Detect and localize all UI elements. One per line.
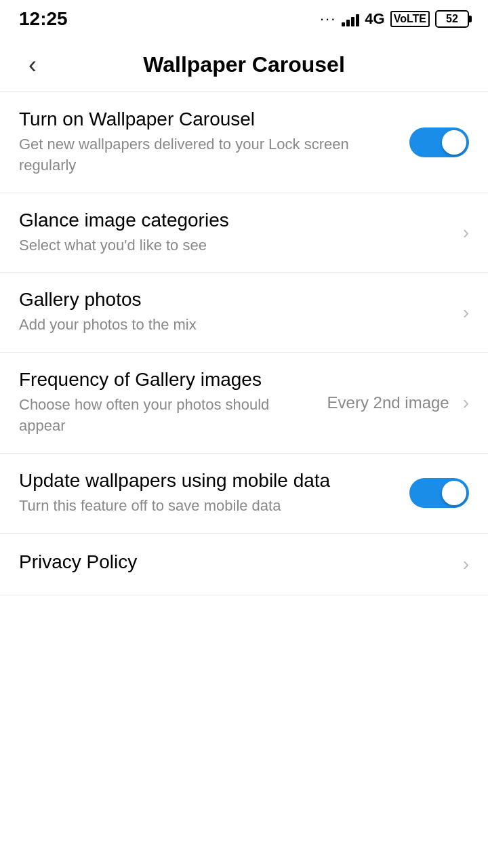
- setting-right-privacy-policy: ›: [458, 553, 469, 575]
- setting-subtitle-frequency-gallery-images: Choose how often your photos should appe…: [19, 395, 317, 437]
- volte-icon: VoLTE: [390, 11, 430, 27]
- section-privacy-policy: Privacy Policy ›: [0, 534, 488, 595]
- setting-title-update-wallpapers-mobile-data: Update wallpapers using mobile data: [19, 470, 399, 492]
- status-bar: 12:25 ··· 4G VoLTE 52: [0, 0, 488, 38]
- setting-item-update-wallpapers-mobile-data[interactable]: Update wallpapers using mobile data Turn…: [0, 454, 488, 533]
- setting-content-update-wallpapers-mobile-data: Update wallpapers using mobile data Turn…: [19, 470, 399, 517]
- toggle-wallpaper-carousel[interactable]: [409, 127, 469, 157]
- setting-content-frequency-gallery-images: Frequency of Gallery images Choose how o…: [19, 369, 317, 437]
- setting-content-turn-on-wallpaper-carousel: Turn on Wallpaper Carousel Get new wallp…: [19, 108, 399, 176]
- setting-title-gallery-photos: Gallery photos: [19, 289, 447, 311]
- setting-right-gallery-photos: ›: [458, 302, 469, 323]
- setting-value-frequency-gallery-images: Every 2nd image: [327, 393, 449, 412]
- setting-subtitle-turn-on-wallpaper-carousel: Get new wallpapers delivered to your Loc…: [19, 134, 399, 176]
- setting-content-glance-image-categories: Glance image categories Select what you'…: [19, 210, 447, 256]
- setting-content-privacy-policy: Privacy Policy: [19, 551, 447, 577]
- settings-list: Turn on Wallpaper Carousel Get new wallp…: [0, 92, 488, 595]
- setting-right-frequency-gallery-images: Every 2nd image ›: [327, 392, 469, 414]
- setting-subtitle-glance-image-categories: Select what you'd like to see: [19, 235, 447, 256]
- status-time: 12:25: [19, 8, 68, 30]
- status-icons: ··· 4G VoLTE 52: [320, 10, 469, 28]
- section-update-wallpapers-mobile-data: Update wallpapers using mobile data Turn…: [0, 454, 488, 534]
- setting-item-frequency-gallery-images[interactable]: Frequency of Gallery images Choose how o…: [0, 353, 488, 453]
- setting-title-privacy-policy: Privacy Policy: [19, 551, 447, 573]
- setting-item-gallery-photos[interactable]: Gallery photos Add your photos to the mi…: [0, 273, 488, 352]
- section-glance-image-categories: Glance image categories Select what you'…: [0, 193, 488, 273]
- setting-title-turn-on-wallpaper-carousel: Turn on Wallpaper Carousel: [19, 108, 399, 130]
- network-label: 4G: [365, 10, 384, 28]
- setting-item-glance-image-categories[interactable]: Glance image categories Select what you'…: [0, 193, 488, 273]
- back-icon: ‹: [28, 53, 37, 77]
- signal-bars-icon: [342, 12, 359, 26]
- toggle-knob-wallpaper-carousel: [442, 130, 466, 155]
- back-button[interactable]: ‹: [16, 49, 49, 81]
- setting-title-frequency-gallery-images: Frequency of Gallery images: [19, 369, 317, 391]
- setting-subtitle-gallery-photos: Add your photos to the mix: [19, 315, 447, 336]
- setting-item-privacy-policy[interactable]: Privacy Policy ›: [0, 534, 488, 595]
- header: ‹ Wallpaper Carousel: [0, 38, 488, 92]
- dots-icon: ···: [320, 10, 336, 28]
- chevron-icon-glance-image-categories: ›: [463, 222, 469, 243]
- page-title: Wallpaper Carousel: [49, 52, 439, 77]
- setting-content-gallery-photos: Gallery photos Add your photos to the mi…: [19, 289, 447, 336]
- setting-right-glance-image-categories: ›: [458, 222, 469, 243]
- chevron-icon-privacy-policy: ›: [463, 553, 469, 575]
- chevron-icon-frequency-gallery-images: ›: [463, 392, 469, 414]
- setting-subtitle-update-wallpapers-mobile-data: Turn this feature off to save mobile dat…: [19, 496, 399, 517]
- toggle-update-wallpapers-mobile-data[interactable]: [409, 478, 469, 508]
- setting-right-turn-on-wallpaper-carousel: [409, 127, 469, 157]
- chevron-icon-gallery-photos: ›: [463, 302, 469, 323]
- toggle-knob-update-wallpapers-mobile-data: [442, 481, 466, 505]
- setting-right-update-wallpapers-mobile-data: [409, 478, 469, 508]
- setting-item-turn-on-wallpaper-carousel[interactable]: Turn on Wallpaper Carousel Get new wallp…: [0, 92, 488, 193]
- section-frequency-gallery-images: Frequency of Gallery images Choose how o…: [0, 353, 488, 454]
- battery-indicator: 52: [435, 10, 469, 28]
- section-gallery-photos: Gallery photos Add your photos to the mi…: [0, 273, 488, 353]
- setting-title-glance-image-categories: Glance image categories: [19, 210, 447, 231]
- section-wallpaper-carousel: Turn on Wallpaper Carousel Get new wallp…: [0, 92, 488, 193]
